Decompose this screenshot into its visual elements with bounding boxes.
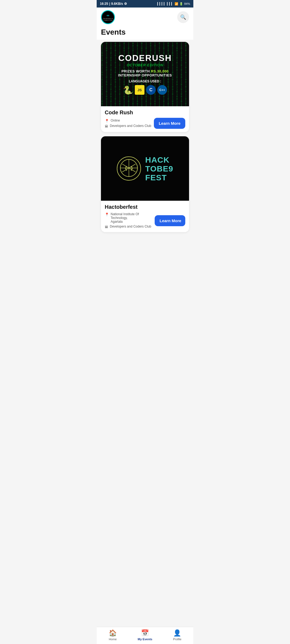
location-icon: 📍: [105, 119, 109, 123]
signal-icon1: ▎▎▎▎: [157, 2, 166, 6]
c-icon: C: [146, 85, 156, 95]
cpp-icon: C++: [157, 85, 167, 95]
languages-label: LANGUAGES USED :: [118, 79, 172, 83]
javascript-icon: JS: [135, 85, 144, 95]
status-network-speed: 9.6KB/s: [111, 2, 123, 6]
settings-icon: ⚙: [124, 2, 127, 6]
coderush-location: Online: [111, 119, 120, 122]
search-icon: 🔍: [180, 14, 186, 20]
coderush-card-meta: 📍 Online 🏛 Developers and Coders Club Le…: [105, 118, 185, 129]
hacktoberfest-logo: { }: [117, 156, 141, 181]
building-icon-2: 🏛: [105, 225, 108, 229]
event-card-coderush: 1 0 1 1 0 0 1 0 1 0 1 1 0 0 1 0 1 1 0 0 …: [101, 42, 189, 132]
hacktoberfest-organizer: Developers and Coders Club: [110, 225, 151, 228]
signal-icon2: ▎▎▎: [167, 2, 173, 6]
coderush-subtitle: October Edition: [118, 63, 172, 67]
page-title-section: Events: [97, 27, 193, 40]
hacktoberfest-location-row: 📍 National Institute Of Technology,Agart…: [105, 212, 155, 224]
language-icons: 🐍 JS C C++: [118, 85, 172, 95]
battery-percent: 84%: [184, 2, 190, 5]
hacktoberfest-banner: { } HACK TOBE9 FEST: [101, 136, 189, 201]
hacktoberfest-title-line2: TOBE9: [145, 164, 173, 173]
hacktoberfest-location: National Institute Of Technology,Agartal…: [111, 212, 155, 224]
hacktoberfest-content: { } HACK TOBE9 FEST: [114, 153, 176, 185]
internship-text: INTERNSHIP OPPORTUNITIES: [118, 73, 172, 77]
coderush-title: CODERUSH: [118, 53, 172, 63]
coderush-learn-more-button[interactable]: Learn More: [154, 118, 185, 129]
status-separator: |: [109, 2, 110, 6]
hacktoberfest-title-line1: HACK: [145, 155, 173, 164]
coderush-event-title: Code Rush: [105, 109, 185, 116]
logo-text: Developers &Coders Club: [103, 18, 113, 21]
hacktoberfest-card-meta: 📍 National Institute Of Technology,Agart…: [105, 212, 185, 229]
status-time: 16:25: [100, 2, 108, 6]
hacktoberfest-event-title: Hactoberfest: [105, 204, 185, 210]
hacktoberfest-details: 📍 National Institute Of Technology,Agart…: [105, 212, 155, 229]
building-icon: 🏛: [105, 124, 108, 128]
coderush-organizer: Developers and Coders Club: [110, 124, 151, 128]
status-time-network: 16:25 | 9.6KB/s ⚙: [100, 2, 127, 6]
hacktoberfest-card-info: Hactoberfest 📍 National Institute Of Tec…: [101, 201, 189, 232]
page-title: Events: [101, 28, 189, 36]
hacktoberfest-title-line3: FEST: [145, 173, 173, 182]
prize-amount: RS.30,000: [151, 69, 169, 73]
coderush-details: 📍 Online 🏛 Developers and Coders Club: [105, 119, 151, 128]
hacktoberfest-logo-svg: { }: [119, 159, 138, 177]
app-logo: ∞ Developers &Coders Club: [101, 10, 115, 24]
prizes-text: PRIZES WORTH RS.30,000: [118, 69, 172, 73]
events-list: 1 0 1 1 0 0 1 0 1 0 1 1 0 0 1 0 1 1 0 0 …: [97, 40, 193, 258]
event-card-hacktoberfest: { } HACK TOBE9 FEST Hactoberfest 📍 Nati: [101, 136, 189, 232]
location-icon-2: 📍: [105, 213, 109, 217]
coderush-location-row: 📍 Online: [105, 119, 151, 123]
status-right-group: ▎▎▎▎ ▎▎▎ 📶 🔋 84%: [157, 2, 190, 6]
python-icon: 🐍: [123, 85, 133, 95]
hacktoberfest-organizer-row: 🏛 Developers and Coders Club: [105, 225, 155, 229]
search-button[interactable]: 🔍: [177, 11, 189, 23]
logo-symbol: ∞: [103, 13, 113, 18]
status-bar: 16:25 | 9.6KB/s ⚙ ▎▎▎▎ ▎▎▎ 📶 🔋 84%: [97, 0, 193, 8]
app-header: ∞ Developers &Coders Club 🔍: [97, 8, 193, 27]
coderush-card-info: Code Rush 📍 Online 🏛 Developers and Code…: [101, 106, 189, 132]
coderush-content: CODERUSH October Edition PRIZES WORTH RS…: [115, 50, 175, 98]
hacktoberfest-title-group: HACK TOBE9 FEST: [145, 155, 173, 182]
battery-indicator: 🔋: [179, 2, 183, 6]
hacktoberfest-learn-more-button[interactable]: Learn More: [155, 215, 185, 226]
wifi-icon: 📶: [175, 2, 178, 6]
coderush-organizer-row: 🏛 Developers and Coders Club: [105, 124, 151, 128]
coderush-banner: 1 0 1 1 0 0 1 0 1 0 1 1 0 0 1 0 1 1 0 0 …: [101, 42, 189, 106]
svg-text:{ }: { }: [124, 165, 133, 171]
